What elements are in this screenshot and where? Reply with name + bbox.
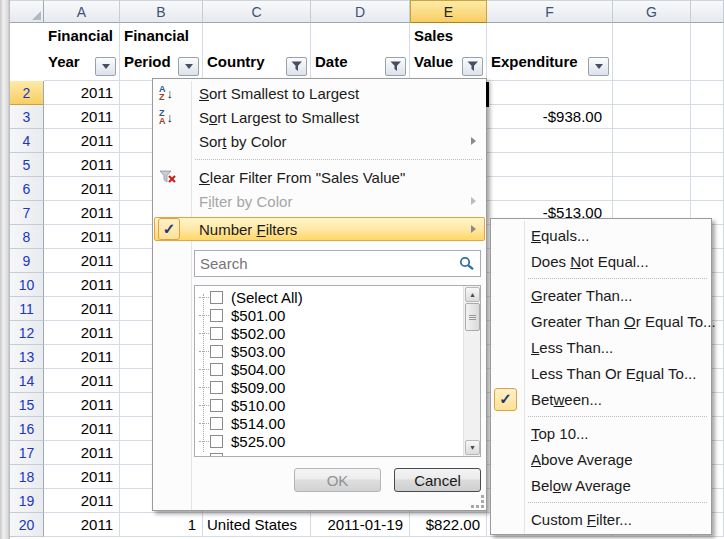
cell-F3[interactable]: -$938.00 <box>487 105 613 129</box>
menu-item-equals[interactable]: Equals... <box>531 222 589 248</box>
menu-item-custom-filter[interactable]: Custom Filter... <box>531 506 632 532</box>
menu-item-does-not-equal[interactable]: Does Not Equal... <box>531 248 649 274</box>
cell-A12[interactable]: 2011 <box>44 321 120 345</box>
menu-item-less-than[interactable]: Less Than... <box>531 334 613 360</box>
menu-item-less-than-or-equal-to[interactable]: Less Than Or Equal To... <box>531 360 696 386</box>
cell-A6[interactable]: 2011 <box>44 177 120 201</box>
cell-A4[interactable]: 2011 <box>44 129 120 153</box>
cell-C20[interactable]: United States <box>203 513 311 537</box>
header-cell-c[interactable]: Country <box>203 23 311 81</box>
menu-item-filter-by-color[interactable]: Filter by Color <box>199 189 292 213</box>
cell-A17[interactable]: 2011 <box>44 441 120 465</box>
filter-dropdown-button-e[interactable] <box>462 57 483 76</box>
filter-dropdown-button-f[interactable] <box>588 57 609 76</box>
column-header-f[interactable]: F <box>487 0 613 23</box>
scrollbar-thumb[interactable] <box>465 303 480 331</box>
row-header-15[interactable]: 15 <box>10 393 44 417</box>
filter-value-item[interactable]: $509.00 <box>195 378 462 396</box>
menu-item-clear-filter-from-sales-value[interactable]: Clear Filter From "Sales Value" <box>199 165 405 189</box>
filter-value-item[interactable]: (Select All) <box>195 288 462 306</box>
menu-item-sort-largest-to-smallest[interactable]: Sort Largest to Smallest <box>199 105 359 129</box>
row-header-11[interactable]: 11 <box>10 297 44 321</box>
row-header-17[interactable]: 17 <box>10 441 44 465</box>
row-header-12[interactable]: 12 <box>10 321 44 345</box>
cell-G5[interactable] <box>613 153 691 177</box>
header-cell-a[interactable]: FinancialYear <box>44 23 120 81</box>
column-header-e[interactable]: E <box>410 0 487 23</box>
filter-value-item[interactable]: $525.00 <box>195 432 462 450</box>
menu-item-greater-than[interactable]: Greater Than... <box>531 282 632 308</box>
cell-A3[interactable]: 2011 <box>44 105 120 129</box>
row-header-20[interactable]: 20 <box>10 513 44 537</box>
value-checkbox[interactable] <box>210 291 223 304</box>
cell-G2[interactable] <box>613 81 691 105</box>
value-checkbox[interactable] <box>210 453 223 458</box>
cell-A7[interactable]: 2011 <box>44 201 120 225</box>
cell-A13[interactable]: 2011 <box>44 345 120 369</box>
cell-E20[interactable]: $822.00 <box>410 513 487 537</box>
row-header-14[interactable]: 14 <box>10 369 44 393</box>
cell-H6[interactable] <box>691 177 724 201</box>
filter-value-item[interactable]: $510.00 <box>195 396 462 414</box>
filter-value-item[interactable]: $504.00 <box>195 360 462 378</box>
row-header-3[interactable]: 3 <box>10 105 44 129</box>
cell-D20[interactable]: 2011-01-19 <box>311 513 410 537</box>
menu-item-greater-than-or-equal-to[interactable]: Greater Than Or Equal To... <box>531 308 716 334</box>
value-checkbox[interactable] <box>210 417 223 430</box>
search-input[interactable] <box>195 255 459 272</box>
filter-value-item[interactable]: $502.00 <box>195 324 462 342</box>
cancel-button[interactable]: Cancel <box>394 468 481 492</box>
value-checkbox[interactable] <box>210 309 223 322</box>
value-checkbox[interactable] <box>210 435 223 448</box>
row-header-13[interactable]: 13 <box>10 345 44 369</box>
filter-value-item[interactable]: $501.00 <box>195 306 462 324</box>
cell-H2[interactable] <box>691 81 724 105</box>
cell-B20[interactable]: 1 <box>120 513 203 537</box>
filter-value-item[interactable]: $503.00 <box>195 342 462 360</box>
column-header-b[interactable]: B <box>120 0 203 23</box>
header-cell-d[interactable]: Date <box>311 23 410 81</box>
row-header-18[interactable]: 18 <box>10 465 44 489</box>
cell-G3[interactable] <box>613 105 691 129</box>
column-header-a[interactable]: A <box>44 0 120 23</box>
menu-item-below-average[interactable]: Below Average <box>531 472 631 498</box>
value-checkbox[interactable] <box>210 399 223 412</box>
scroll-up-button[interactable]: ▲ <box>465 287 480 302</box>
cell-A9[interactable]: 2011 <box>44 249 120 273</box>
row-header-4[interactable]: 4 <box>10 129 44 153</box>
cell-F6[interactable] <box>487 177 613 201</box>
header-cell-b[interactable]: FinancialPeriod <box>120 23 203 81</box>
filter-value-item[interactable]: $514.00 <box>195 414 462 432</box>
menu-item-sort-by-color[interactable]: Sort by Color <box>199 129 287 153</box>
menu-item-above-average[interactable]: Above Average <box>531 446 632 472</box>
cell-A20[interactable]: 2011 <box>44 513 120 537</box>
cell-A19[interactable]: 2011 <box>44 489 120 513</box>
value-checkbox[interactable] <box>210 381 223 394</box>
cell-A8[interactable]: 2011 <box>44 225 120 249</box>
header-cell-e[interactable]: SalesValue <box>410 23 487 81</box>
cell-G6[interactable] <box>613 177 691 201</box>
value-checkbox[interactable] <box>210 363 223 376</box>
column-header-partial[interactable] <box>691 0 724 23</box>
cell-A11[interactable]: 2011 <box>44 297 120 321</box>
filter-dropdown-button-b[interactable] <box>178 57 199 76</box>
filter-dropdown-button-a[interactable] <box>95 57 116 76</box>
select-all-corner[interactable] <box>10 0 44 23</box>
menu-item-between[interactable]: Between... <box>531 386 602 412</box>
row-header-8[interactable]: 8 <box>10 225 44 249</box>
menu-item-sort-smallest-to-largest[interactable]: Sort Smallest to Largest <box>199 81 359 105</box>
cell-A5[interactable]: 2011 <box>44 153 120 177</box>
cell-F2[interactable] <box>487 81 613 105</box>
cell-F5[interactable] <box>487 153 613 177</box>
cell-A15[interactable]: 2011 <box>44 393 120 417</box>
filter-value-item-partial[interactable] <box>195 450 462 457</box>
row-header-6[interactable]: 6 <box>10 177 44 201</box>
row-header-2[interactable]: 2 <box>10 81 44 105</box>
value-checkbox[interactable] <box>210 345 223 358</box>
column-header-g[interactable]: G <box>613 0 691 23</box>
header-cell-f[interactable]: Expenditure <box>487 23 613 81</box>
column-header-c[interactable]: C <box>203 0 311 23</box>
row-header-5[interactable]: 5 <box>10 153 44 177</box>
cell-A10[interactable]: 2011 <box>44 273 120 297</box>
list-scrollbar[interactable]: ▲ ▼ <box>463 286 480 456</box>
